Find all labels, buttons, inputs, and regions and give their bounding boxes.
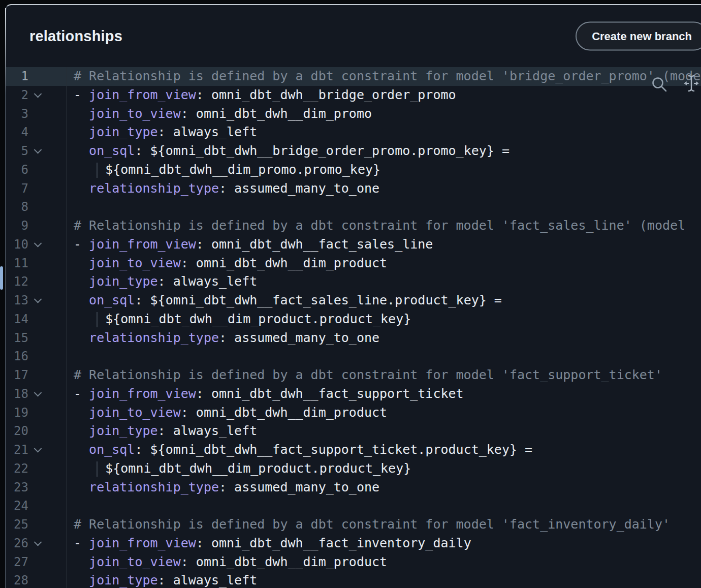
fold-chevron-icon[interactable] — [28, 235, 47, 254]
code-line[interactable]: 11 join_to_view: omni_dbt_dwh__dim_produ… — [6, 254, 701, 273]
line-gutter: 26 — [6, 534, 67, 553]
line-gutter: 15 — [6, 329, 67, 348]
chevron-slot — [28, 478, 47, 497]
editor-panel: relationships Create new branch 1# Relat… — [5, 4, 701, 588]
fold-chevron-icon[interactable] — [28, 534, 47, 553]
code-line[interactable]: 27 join_to_view: omni_dbt_dwh__dim_produ… — [6, 553, 701, 572]
line-gutter: 28 — [6, 571, 67, 588]
line-gutter: 25 — [6, 515, 67, 534]
code-text: join_to_view: omni_dbt_dwh__dim_product — [67, 404, 701, 422]
i-beam-cursor-icon — [684, 73, 699, 97]
code-text: relationship_type: assumed_many_to_one — [67, 329, 701, 348]
line-number: 1 — [6, 67, 28, 86]
chevron-slot — [28, 347, 47, 366]
code-text: on_sql: ${omni_dbt_dwh__fact_support_tic… — [67, 441, 701, 459]
chevron-slot — [28, 515, 47, 534]
code-line[interactable]: 26- join_from_view: omni_dbt_dwh__fact_i… — [6, 534, 701, 553]
line-number: 22 — [6, 459, 28, 478]
code-line[interactable]: 24 — [6, 497, 701, 515]
code-line[interactable]: 6 ${omni_dbt_dwh__dim_promo.promo_key} — [6, 161, 701, 179]
line-gutter: 2 — [6, 86, 67, 105]
chevron-slot — [28, 272, 47, 291]
code-line[interactable]: 3 join_to_view: omni_dbt_dwh__dim_promo — [6, 105, 701, 123]
code-line[interactable]: 19 join_to_view: omni_dbt_dwh__dim_produ… — [6, 404, 701, 422]
code-text: relationship_type: assumed_many_to_one — [67, 478, 701, 497]
fold-chevron-icon[interactable] — [28, 441, 47, 459]
code-text: join_to_view: omni_dbt_dwh__dim_promo — [67, 105, 701, 123]
fold-chevron-icon[interactable] — [28, 142, 47, 161]
search-icon[interactable] — [650, 75, 668, 97]
code-text: join_type: always_left — [67, 272, 701, 291]
chevron-slot — [28, 366, 47, 385]
chevron-slot — [28, 553, 47, 572]
line-gutter: 1 — [6, 67, 67, 86]
fold-chevron-icon[interactable] — [28, 385, 47, 404]
line-gutter: 24 — [6, 497, 67, 515]
line-gutter: 23 — [6, 478, 67, 497]
code-text — [67, 497, 701, 515]
chevron-slot — [28, 329, 47, 348]
code-line[interactable]: 16 — [6, 347, 701, 366]
code-line[interactable]: 15 relationship_type: assumed_many_to_on… — [6, 329, 701, 348]
fold-chevron-icon[interactable] — [28, 291, 47, 310]
chevron-slot — [28, 310, 47, 329]
code-line[interactable]: 22 ${omni_dbt_dwh__dim_product.product_k… — [6, 459, 701, 478]
code-line[interactable]: 12 join_type: always_left — [6, 272, 701, 291]
line-gutter: 27 — [6, 553, 67, 572]
line-gutter: 5 — [6, 142, 67, 161]
line-number: 5 — [6, 142, 28, 161]
line-number: 9 — [6, 216, 28, 235]
code-line[interactable]: 2- join_from_view: omni_dbt_dwh__bridge_… — [6, 86, 701, 105]
code-text: - join_from_view: omni_dbt_dwh__fact_sal… — [67, 235, 701, 254]
code-line[interactable]: 18- join_from_view: omni_dbt_dwh__fact_s… — [6, 385, 701, 404]
code-line[interactable]: 14 ${omni_dbt_dwh__dim_product.product_k… — [6, 310, 701, 329]
chevron-slot — [28, 105, 47, 123]
create-branch-button[interactable]: Create new branch — [576, 22, 701, 51]
screen: { "header": { "title": "relationships", … — [0, 0, 701, 588]
line-gutter: 3 — [6, 105, 67, 123]
code-line[interactable]: 10- join_from_view: omni_dbt_dwh__fact_s… — [6, 235, 701, 254]
code-line[interactable]: 25# Relationship is defined by a dbt con… — [6, 515, 701, 534]
code-text: ${omni_dbt_dwh__dim_product.product_key} — [67, 459, 701, 478]
line-number: 15 — [6, 329, 28, 348]
line-number: 27 — [6, 553, 28, 572]
code-line[interactable]: 21 on_sql: ${omni_dbt_dwh__fact_support_… — [6, 441, 701, 459]
code-line[interactable]: 4 join_type: always_left — [6, 123, 701, 142]
code-line[interactable]: 13 on_sql: ${omni_dbt_dwh__fact_sales_li… — [6, 291, 701, 310]
code-text: join_type: always_left — [67, 422, 701, 441]
scroll-indicator[interactable] — [0, 266, 3, 290]
code-line[interactable]: 9# Relationship is defined by a dbt cons… — [6, 216, 701, 235]
line-gutter: 14 — [6, 310, 67, 329]
code-line[interactable]: 8 — [6, 198, 701, 216]
code-editor[interactable]: 1# Relationship is defined by a dbt cons… — [6, 67, 701, 588]
line-number: 21 — [6, 441, 28, 459]
line-gutter: 18 — [6, 385, 67, 404]
line-number: 10 — [6, 235, 28, 254]
code-line[interactable]: 1# Relationship is defined by a dbt cons… — [6, 67, 701, 86]
line-number: 13 — [6, 291, 28, 310]
code-line[interactable]: 28 join_type: always_left — [6, 571, 701, 588]
code-text: join_type: always_left — [67, 123, 701, 142]
line-number: 12 — [6, 272, 28, 291]
chevron-slot — [28, 459, 47, 478]
line-gutter: 6 — [6, 161, 67, 179]
code-line[interactable]: 7 relationship_type: assumed_many_to_one — [6, 179, 701, 198]
code-text: relationship_type: assumed_many_to_one — [67, 179, 701, 198]
code-line[interactable]: 5 on_sql: ${omni_dbt_dwh__bridge_order_p… — [6, 142, 701, 161]
line-number: 28 — [6, 571, 28, 588]
chevron-slot — [28, 198, 47, 216]
code-text: # Relationship is defined by a dbt const… — [67, 515, 701, 534]
line-number: 3 — [6, 105, 28, 123]
line-number: 6 — [6, 161, 28, 179]
fold-chevron-icon[interactable] — [28, 86, 47, 105]
code-text: # Relationship is defined by a dbt const… — [67, 366, 701, 385]
code-line[interactable]: 23 relationship_type: assumed_many_to_on… — [6, 478, 701, 497]
code-line[interactable]: 17# Relationship is defined by a dbt con… — [6, 366, 701, 385]
line-number: 25 — [6, 515, 28, 534]
chevron-slot — [28, 497, 47, 515]
chevron-slot — [28, 161, 47, 179]
chevron-slot — [28, 216, 47, 235]
code-text: - join_from_view: omni_dbt_dwh__bridge_o… — [67, 86, 701, 105]
code-line[interactable]: 20 join_type: always_left — [6, 422, 701, 441]
line-gutter: 8 — [6, 198, 67, 216]
